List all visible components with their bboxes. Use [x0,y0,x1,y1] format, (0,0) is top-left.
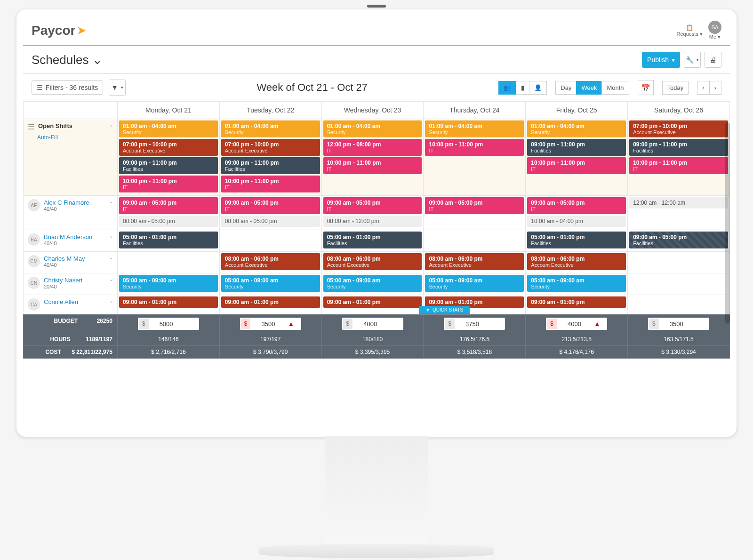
hamburger-icon[interactable]: ☰ [28,122,34,131]
shift-block[interactable]: 12:00 am - 12:00 am [629,197,728,208]
clipboard-icon: 📋 [686,24,693,31]
publish-button[interactable]: Publish ▾ [642,52,680,68]
filter-dropdown-button[interactable]: ▼▾ [109,80,126,96]
shift-block[interactable]: 10:00 pm - 11:00 pmIT [119,176,218,192]
shift-time: 09:00 am - 05:00 pm [327,200,418,206]
shift-block[interactable]: 08:00 am - 06:00 pmAccount Executive [221,253,320,270]
shift-time: 05:00 am - 09:00 am [327,277,418,284]
budget-input[interactable] [557,320,592,328]
shift-block[interactable]: 10:00 pm - 11:00 pmIT [425,139,524,156]
budget-input[interactable] [250,320,286,328]
shift-block[interactable]: 09:00 am - 05:00 pmIT [119,197,218,214]
shift-block[interactable]: 09:00 am - 01:00 pm [221,296,320,308]
prev-button[interactable]: ‹ [697,81,709,95]
auto-fill-link[interactable]: Auto-Fill [37,134,116,141]
shift-block[interactable]: 10:00 am - 04:00 pm [527,216,626,227]
budget-input[interactable] [352,320,388,328]
shift-block[interactable]: 10:00 pm - 11:00 pmIT [221,176,320,192]
shift-time: 09:00 am - 01:00 pm [429,299,520,305]
page-title-dropdown[interactable]: Schedules ⌄ [32,53,103,67]
shift-block[interactable]: 05:00 am - 09:00 amSecurity [119,275,218,292]
shift-block[interactable]: 09:00 am - 05:00 pmIT [221,197,320,214]
shift-time: 05:00 am - 01:00 pm [327,234,418,240]
shift-block[interactable]: 09:00 pm - 11:00 pmFacilities [119,157,218,174]
shift-block[interactable]: 05:00 am - 01:00 pmFacilities [323,232,422,248]
shift-block[interactable]: 09:00 am - 01:00 pm [527,296,626,308]
shift-block[interactable]: 08:00 am - 06:00 pmAccount Executive [527,253,626,270]
chevron-down-icon[interactable]: ⌄ [109,233,113,239]
shift-block[interactable]: 01:00 am - 04:00 amSecurity [527,120,626,137]
employee-row-header[interactable]: CNChristy Nasert20/40⌄ [25,275,116,291]
shift-block[interactable]: 01:00 am - 04:00 amSecurity [425,120,524,137]
shift-block[interactable]: 09:00 am - 01:00 pm [323,296,422,308]
shift-block[interactable]: 05:00 am - 09:00 amSecurity [221,275,320,292]
shift-block[interactable]: 05:00 am - 01:00 pmFacilities [119,232,218,248]
week-view[interactable]: Week [576,81,602,95]
top-bar: Paycor➤ 📋 Requests ▾ SA Me ▾ [23,16,730,46]
employee-row-header[interactable]: BABrian M Anderson40/40⌄ [25,232,116,248]
shift-block[interactable]: 09:00 am - 05:00 pmFacilities [629,232,728,248]
shift-block[interactable]: 10:00 pm - 11:00 pmIT [527,157,626,174]
shift-block[interactable]: 09:00 am - 05:00 pmIT [323,197,422,214]
shift-block[interactable]: 09:00 pm - 11:00 pmFacilities [629,139,728,156]
shift-block[interactable]: 12:00 pm - 08:00 pmIT [323,139,422,156]
shift-block[interactable]: 05:00 am - 09:00 amSecurity [527,275,626,292]
chevron-down-icon[interactable]: ⌄ [109,255,113,260]
chevron-down-icon[interactable]: ⌄ [109,122,113,128]
shift-block[interactable]: 05:00 am - 09:00 amSecurity [425,275,524,292]
shift-block[interactable]: 10:00 pm - 11:00 pmIT [323,157,422,174]
shift-block[interactable]: 08:00 am - 05:00 pm [119,216,218,227]
chevron-down-icon[interactable]: ⌄ [109,298,113,304]
shift-block[interactable]: 08:00 am - 06:00 pmAccount Executive [425,253,524,270]
shift-block[interactable]: 01:00 am - 04:00 amSecurity [221,120,320,137]
next-button[interactable]: › [709,81,721,95]
shift-block[interactable]: 09:00 pm - 11:00 pmFacilities [527,139,626,156]
shift-block[interactable]: 01:00 am - 04:00 amSecurity [119,120,218,137]
shift-time: 10:00 pm - 11:00 pm [531,160,622,166]
dollar-icon: $ [445,319,455,329]
budget-input[interactable] [149,320,184,328]
filters-button[interactable]: ☰ Filters - 36 results [32,80,103,95]
shift-block[interactable]: 01:00 am - 04:00 amSecurity [323,120,422,137]
view-doc-icon[interactable]: ▮ [516,81,529,95]
shift-block[interactable]: 07:00 pm - 10:00 pmAccount Executive [629,120,728,137]
shift-block[interactable]: 05:00 am - 09:00 amSecurity [323,275,422,292]
tools-button[interactable]: 🔧▾ [684,52,701,68]
shift-block[interactable]: 08:00 am - 12:00 pm [323,216,422,227]
shift-block[interactable]: 09:00 am - 05:00 pmIT [425,197,524,214]
employee-row-header[interactable]: AFAlex C Finamore40/40⌄ [25,197,116,214]
monitor-frame: Paycor➤ 📋 Requests ▾ SA Me ▾ Schedules ⌄… [16,9,737,437]
view-person-icon[interactable]: 👤 [529,81,547,95]
day-view[interactable]: Day [555,81,577,95]
budget-input[interactable] [455,320,490,328]
today-button[interactable]: Today [662,81,689,95]
month-view[interactable]: Month [601,81,629,95]
shift-block[interactable]: 09:00 am - 01:00 pm [119,296,218,308]
shift-block[interactable]: 08:00 am - 06:00 pmAccount Executive [323,253,422,270]
calendar-picker-button[interactable]: 📅 [638,80,654,95]
shift-block[interactable]: 07:00 pm - 10:00 pmAccount Executive [221,139,320,156]
filters-label: Filters - 36 results [46,84,98,91]
quick-stats-toggle[interactable]: ▼ QUICK STATS [419,306,470,314]
view-team-icon[interactable]: 👥 [498,81,516,95]
shift-time: 05:00 am - 09:00 am [225,277,316,284]
shift-block[interactable]: 09:00 pm - 11:00 pmFacilities [221,157,320,174]
budget-input[interactable] [659,320,694,328]
chevron-down-icon[interactable]: ⌄ [109,199,113,204]
cost-cell: $ 3,130/3,294 [628,346,730,359]
shift-block[interactable]: 10:00 pm - 11:00 pmIT [629,157,728,174]
day-header: Friday, Oct 25 [526,102,628,119]
shift-block[interactable]: 08:00 am - 05:00 pm [221,216,320,227]
warning-icon: ▲ [288,320,294,328]
scrollbar[interactable] [725,122,730,324]
me-menu[interactable]: SA Me ▾ [708,21,721,40]
employee-row-header[interactable]: CAConnie Allen⌄ [25,296,116,312]
shift-block[interactable]: 05:00 am - 01:00 pmFacilities [527,232,626,248]
chevron-down-icon[interactable]: ⌄ [109,277,113,282]
shift-time: 09:00 am - 05:00 pm [633,234,724,240]
employee-row-header[interactable]: CMCharles M May40/40⌄ [25,253,116,270]
shift-block[interactable]: 09:00 am - 05:00 pmIT [527,197,626,214]
shift-block[interactable]: 07:00 pm - 10:00 pmAccount Executive [119,139,218,156]
requests-menu[interactable]: 📋 Requests ▾ [676,24,703,37]
print-button[interactable]: 🖨 [705,52,721,68]
